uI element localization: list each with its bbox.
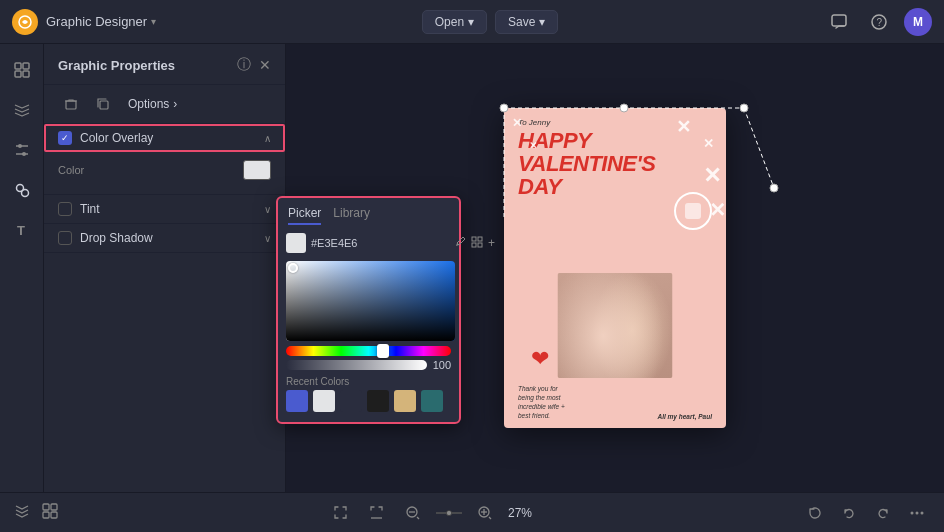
home-icon-btn[interactable]	[6, 54, 38, 86]
info-icon[interactable]: ⓘ	[237, 56, 251, 74]
svg-point-45	[921, 511, 924, 514]
drop-shadow-section: Drop Shadow ∨	[44, 224, 285, 253]
color-overlay-chevron: ∧	[264, 133, 271, 144]
svg-point-43	[911, 511, 914, 514]
drop-shadow-chevron: ∨	[264, 233, 271, 244]
chat-icon-btn[interactable]	[824, 7, 854, 37]
main-layout: T Graphic Properties ⓘ ✕ Options ›	[0, 44, 944, 492]
svg-point-9	[18, 144, 22, 148]
properties-panel: Graphic Properties ⓘ ✕ Options › ✓ Color…	[44, 44, 286, 492]
drop-shadow-checkbox[interactable]	[58, 231, 72, 245]
redo-icon[interactable]	[870, 500, 896, 526]
layers-bottom-icon[interactable]	[14, 503, 30, 522]
zoom-slider[interactable]	[436, 500, 462, 526]
topbar-center: Open ▾ Save ▾	[422, 10, 559, 34]
svg-rect-21	[478, 243, 482, 247]
help-icon-btn[interactable]: ?	[864, 7, 894, 37]
fit-screen-icon[interactable]	[328, 500, 354, 526]
svg-rect-29	[43, 504, 49, 510]
picker-tab-picker[interactable]: Picker	[288, 206, 321, 225]
copy-icon-btn[interactable]	[90, 91, 116, 117]
svg-rect-18	[472, 237, 476, 241]
add-icon[interactable]: +	[488, 236, 495, 250]
open-button[interactable]: Open ▾	[422, 10, 487, 34]
fit-width-icon[interactable]	[364, 500, 390, 526]
svg-text:T: T	[17, 223, 25, 238]
svg-point-38	[446, 510, 451, 515]
recent-color-6[interactable]	[421, 390, 443, 412]
deco-x-6: ✕	[529, 140, 537, 151]
picker-tab-library[interactable]: Library	[333, 206, 370, 225]
panel-header: Graphic Properties ⓘ ✕	[44, 44, 285, 85]
deco-x-5: ✕	[512, 116, 522, 130]
recent-color-3[interactable]	[340, 390, 362, 412]
valentine-card: ✕ ✕ ✕ ✕ ✕ ✕ To Jenny HAPPY VALENTINE'S D…	[504, 108, 726, 428]
adjust-icon-btn[interactable]	[6, 134, 38, 166]
svg-rect-17	[100, 101, 108, 109]
alpha-row: 100	[286, 359, 451, 371]
rotate-ccw-icon[interactable]	[802, 500, 828, 526]
card-footer-left: Thank you forbeing the mostincredible wi…	[518, 384, 565, 420]
svg-rect-30	[51, 504, 57, 510]
svg-line-23	[744, 108, 774, 188]
more-icon[interactable]	[904, 500, 930, 526]
deco-x-2: ✕	[703, 136, 714, 151]
card-title: HAPPY VALENTINE'S DAY	[504, 129, 726, 198]
hex-input[interactable]	[311, 237, 449, 249]
close-icon[interactable]: ✕	[259, 57, 271, 73]
svg-rect-7	[23, 71, 29, 77]
tint-checkbox[interactable]	[58, 202, 72, 216]
avatar[interactable]: M	[904, 8, 932, 36]
recent-color-5[interactable]	[394, 390, 416, 412]
eyedropper-icon[interactable]	[454, 236, 466, 251]
color-overlay-checkbox[interactable]: ✓	[58, 131, 72, 145]
recent-color-1[interactable]	[286, 390, 308, 412]
panel-title: Graphic Properties	[58, 58, 175, 73]
panel-toolbar: Options ›	[44, 85, 285, 124]
svg-rect-1	[832, 15, 846, 26]
effects-icon-btn[interactable]	[6, 174, 38, 206]
svg-text:?: ?	[877, 17, 883, 28]
card-circle-inner	[685, 203, 701, 219]
svg-rect-15	[66, 101, 76, 109]
drop-shadow-header[interactable]: Drop Shadow ∨	[44, 224, 285, 252]
zoom-out-icon[interactable]	[400, 500, 426, 526]
deco-x-1: ✕	[676, 116, 691, 138]
svg-rect-20	[472, 243, 476, 247]
svg-point-13	[21, 190, 28, 197]
panel-header-icons: ⓘ ✕	[237, 56, 271, 74]
recent-colors-row	[278, 390, 459, 412]
card-title-line2: VALENTINE'S	[518, 152, 712, 175]
alpha-slider[interactable]	[286, 360, 427, 370]
grid-bottom-icon[interactable]	[42, 503, 58, 522]
svg-rect-5	[23, 63, 29, 69]
color-overlay-header[interactable]: ✓ Color Overlay ∧	[44, 124, 285, 152]
icon-bar: T	[0, 44, 44, 492]
card-to-text: To Jenny	[504, 108, 726, 129]
color-overlay-section: ✓ Color Overlay ∧ Color	[44, 124, 285, 195]
text-icon-btn[interactable]: T	[6, 214, 38, 246]
hue-slider[interactable]	[286, 346, 451, 356]
color-overlay-label: Color Overlay	[80, 131, 256, 145]
svg-line-42	[489, 517, 491, 519]
undo-icon[interactable]	[836, 500, 862, 526]
app-name[interactable]: Graphic Designer ▾	[46, 14, 156, 29]
tint-section: Tint ∨	[44, 195, 285, 224]
recent-color-2[interactable]	[313, 390, 335, 412]
topbar-right: ? M	[824, 7, 932, 37]
delete-icon-btn[interactable]	[58, 91, 84, 117]
color-swatch[interactable]	[243, 160, 271, 180]
layers-icon-btn[interactable]	[6, 94, 38, 126]
tint-label: Tint	[80, 202, 256, 216]
svg-line-36	[417, 517, 419, 519]
save-button[interactable]: Save ▾	[495, 10, 558, 34]
tint-header[interactable]: Tint ∨	[44, 195, 285, 223]
zoom-in-icon[interactable]	[472, 500, 498, 526]
options-button[interactable]: Options ›	[122, 95, 183, 113]
recent-color-4[interactable]	[367, 390, 389, 412]
color-overlay-content: Color	[44, 152, 285, 194]
bottom-right	[802, 500, 930, 526]
color-gradient[interactable]	[286, 261, 455, 341]
card-heart: ❤	[531, 346, 549, 372]
grid-icon[interactable]	[471, 236, 483, 251]
